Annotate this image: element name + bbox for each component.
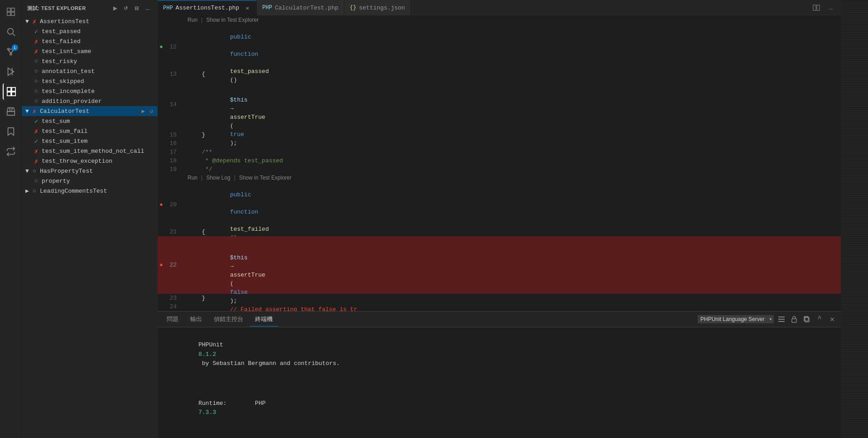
show-in-test-explorer-link-1[interactable]: Show in Test Explorer [206, 16, 259, 24]
label-test-incomplete: test_incomplete [42, 88, 95, 95]
line-content-21: { [180, 228, 841, 236]
main-area: PHP AssertionsTest.php ✕ PHP CalculatorT… [158, 0, 841, 438]
json-icon-settings: {} [350, 5, 356, 11]
arrow-assertions-test: ▼ [24, 18, 31, 25]
tree-item-test-sum[interactable]: ✓ test_sum [22, 116, 158, 126]
fn-assert-true-14: assertTrue [230, 114, 265, 121]
panel-maximize-button[interactable]: ^ [815, 314, 825, 324]
tree-item-test-failed[interactable]: ✗ test_failed [22, 36, 158, 46]
inline-hint-run-show-log: Run | Show Log | Show in Test Explorer [158, 174, 841, 182]
remote-icon[interactable] [3, 143, 19, 160]
tree-item-test-risky[interactable]: ○ test_risky [22, 56, 158, 66]
tree-item-test-sum-item-method-not-call[interactable]: ✗ test_sum_item_method_not_call [22, 146, 158, 156]
sep2: | [201, 174, 203, 182]
code-line-21: 21 { [158, 228, 841, 236]
more-tab-actions-button[interactable]: … [825, 1, 837, 14]
gutter-22: ● 22 [158, 236, 180, 294]
close-tab-assertions[interactable]: ✕ [244, 5, 251, 12]
panel-content: PHPUnit 8.1.2 by Sebastian Bergmann and … [158, 327, 841, 438]
sidebar-header-actions: ▶ ↺ ⊟ … [111, 4, 152, 13]
run-link-1[interactable]: Run [188, 16, 198, 24]
label-has-property-test: HasPropertyTest [40, 168, 93, 175]
run-calculator-test-button[interactable]: ▶ [140, 107, 147, 115]
panel-lock-button[interactable] [789, 314, 799, 324]
panel-close-button[interactable]: ✕ [827, 314, 837, 324]
tree-item-test-incomplete[interactable]: ○ test_incomplete [22, 86, 158, 96]
run-debug-icon[interactable] [3, 63, 19, 80]
collapse-all-button[interactable]: ⊟ [132, 4, 141, 13]
code-line-17: 17 /** [158, 148, 841, 156]
tree-item-test-sum-fail[interactable]: ✗ test_sum_fail [22, 126, 158, 136]
svg-rect-15 [11, 88, 15, 91]
label-test-sum-fail: test_sum_fail [42, 128, 87, 135]
fail-icon-22: ● [159, 262, 163, 268]
search-icon[interactable] [3, 24, 19, 40]
panel-tab-actions: PHPUnit Language Server ▾ ^ ✕ [698, 314, 837, 324]
debug-console-tab[interactable]: 偵錯主控台 [208, 312, 249, 326]
tree-item-leading-comments-test[interactable]: ▶ ○ LeadingCommentsTest [22, 186, 158, 196]
tab-calculator-test[interactable]: PHP CalculatorTest.php [257, 0, 344, 15]
panel-list-view-button[interactable] [776, 314, 786, 324]
test-tree: ▼ ✗ AssertionsTest ✓ test_passed ✗ test_… [22, 16, 158, 438]
output-tab[interactable]: 輸出 [185, 312, 207, 326]
label-test-sum-item: test_sum_item [42, 138, 87, 145]
sidebar: 測試: TEST EXPLORER ▶ ↺ ⊟ … ▼ ✗ Assertions… [22, 0, 158, 438]
svg-rect-21 [778, 319, 785, 320]
status-icon-has-property-test: ○ [31, 167, 38, 175]
line-number-20: 20 [169, 201, 177, 208]
kw-public-12: public [230, 34, 251, 40]
tree-item-test-skipped[interactable]: ○ test_skipped [22, 76, 158, 86]
show-log-link[interactable]: Show Log [206, 174, 230, 182]
problems-tab[interactable]: 問題 [161, 312, 184, 326]
extensions-icon[interactable] [3, 83, 19, 100]
tree-item-annotation-test[interactable]: ○ annotation_test [22, 66, 158, 76]
tree-item-test-passed[interactable]: ✓ test_passed [22, 26, 158, 36]
tree-item-addition-provider[interactable]: ○ addition_provider [22, 96, 158, 106]
show-in-test-explorer-link-2[interactable]: Show in Test Explorer [239, 174, 292, 182]
source-control-icon[interactable]: 1 [3, 44, 19, 60]
terminal-tab[interactable]: 終端機 [250, 312, 278, 326]
split-editor-button[interactable] [810, 1, 823, 14]
tab-settings[interactable]: {} settings.json [344, 0, 411, 15]
code-line-24: 24 [158, 302, 841, 311]
gutter-24: 24 [158, 302, 180, 311]
refresh-button[interactable]: ↺ [121, 4, 130, 13]
status-icon-test-sum-item-method-not-call: ✗ [33, 147, 40, 155]
svg-rect-17 [7, 92, 10, 96]
svg-line-11 [11, 50, 14, 53]
status-icon-test-sum: ✓ [33, 117, 40, 125]
more-actions-button[interactable]: … [143, 4, 152, 13]
svg-rect-22 [778, 321, 785, 322]
tree-item-test-sum-item[interactable]: ✓ test_sum_item [22, 136, 158, 146]
test-icon[interactable] [3, 103, 19, 120]
line-content-18: * @depends test_passed [180, 156, 841, 165]
status-icon-annotation-test: ○ [33, 68, 40, 75]
run-all-button[interactable]: ▶ [111, 4, 120, 13]
svg-rect-20 [778, 316, 785, 317]
bookmark-icon[interactable] [3, 123, 19, 140]
code-line-20: ● 20 public function test_failed () [158, 182, 841, 228]
tree-item-property[interactable]: ○ property [22, 176, 158, 186]
line-number-12: 12 [169, 44, 177, 50]
refresh-calculator-test-button[interactable]: ↺ [148, 107, 155, 115]
tree-item-has-property-test[interactable]: ▼ ○ HasPropertyTest [22, 166, 158, 176]
tree-item-test-throw-exception[interactable]: ✗ test_throw_exception [22, 156, 158, 166]
svg-point-8 [10, 54, 12, 55]
gutter-19: 19 [158, 165, 180, 174]
run-link-2[interactable]: Run [188, 174, 198, 182]
tree-item-assertions-test[interactable]: ▼ ✗ AssertionsTest [22, 16, 158, 26]
line-content-19: */ [180, 165, 841, 174]
line-content-16 [180, 139, 841, 148]
label-test-sum: test_sum [42, 118, 70, 125]
line-content-12: public function test_passed () [180, 24, 841, 70]
line-content-24 [180, 302, 841, 311]
code-line-13: 13 { [158, 70, 841, 78]
tree-item-test-isnt-same[interactable]: ✗ test_isnt_same [22, 46, 158, 56]
panel-copy-button[interactable] [802, 314, 812, 324]
tree-item-calculator-test[interactable]: ▼ ✗ CalculatorTest ▶ ↺ [22, 106, 158, 116]
language-server-select[interactable]: PHPUnit Language Server [698, 315, 774, 323]
tab-assertions-test[interactable]: PHP AssertionsTest.php ✕ [158, 0, 257, 15]
panel-tabs: 問題 輸出 偵錯主控台 終端機 PHPUnit Language Server … [158, 311, 841, 327]
gutter-15: 15 [158, 131, 180, 139]
explorer-icon[interactable] [3, 4, 19, 20]
